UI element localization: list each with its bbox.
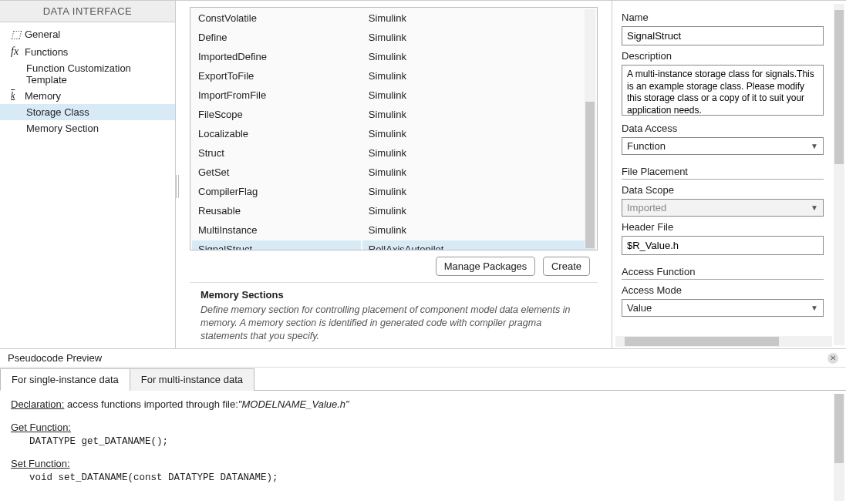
table-row[interactable]: ReusableSimulink <box>192 202 595 220</box>
row-source: Simulink <box>362 9 595 27</box>
access-function-header: Access Function <box>622 266 824 280</box>
table-row[interactable]: ImportedDefineSimulink <box>192 48 595 66</box>
data-access-label: Data Access <box>622 123 837 134</box>
set-function-code: void set_DATANAME(const DATATYPE DATANAM… <box>11 472 835 483</box>
table-row[interactable]: DefineSimulink <box>192 29 595 46</box>
declaration-file: "MODELNAME_Value.h" <box>238 398 349 410</box>
table-row[interactable]: SignalStructRollAxisAutopilot <box>192 240 595 250</box>
table-row[interactable]: ImportFromFileSimulink <box>192 86 595 104</box>
access-mode-select[interactable]: Value ▼ <box>622 299 824 317</box>
nav-memory[interactable]: k Memory <box>0 88 175 104</box>
access-mode-label: Access Mode <box>622 284 837 296</box>
description-label: Description <box>622 50 837 62</box>
table-row[interactable]: LocalizableSimulink <box>192 125 595 143</box>
table-scrollbar[interactable] <box>585 9 595 248</box>
get-function-label: Get Function: <box>11 422 835 433</box>
memory-sections-title: Memory Sections <box>201 289 587 301</box>
declaration-text: access functions imported through file: <box>64 398 238 410</box>
nav-storage-class[interactable]: Storage Class <box>0 104 175 120</box>
data-scope-value: Imported <box>627 202 666 213</box>
name-label: Name <box>622 12 837 23</box>
row-name: MultiInstance <box>192 221 361 239</box>
row-name: FileScope <box>192 106 361 123</box>
table-row[interactable]: GetSetSimulink <box>192 163 595 181</box>
header-file-label: Header File <box>622 221 837 233</box>
row-source: Simulink <box>362 183 595 200</box>
row-name: GetSet <box>192 163 361 181</box>
row-source: Simulink <box>362 106 595 123</box>
get-function-code: DATATYPE get_DATANAME(); <box>11 436 835 447</box>
file-placement-header: File Placement <box>622 166 824 180</box>
nav-functions[interactable]: fx Functions <box>0 43 175 60</box>
row-source: Simulink <box>362 48 595 66</box>
manage-packages-button[interactable]: Manage Packages <box>436 257 536 276</box>
row-name: CompilerFlag <box>192 183 361 200</box>
tab-single-instance[interactable]: For single-instance data <box>0 368 130 391</box>
table-row[interactable]: CompilerFlagSimulink <box>192 183 595 200</box>
name-field[interactable] <box>622 26 824 45</box>
nav-general[interactable]: ⬚ General <box>0 25 175 43</box>
table-row[interactable]: MultiInstanceSimulink <box>192 221 595 239</box>
table-row[interactable]: StructSimulink <box>192 144 595 162</box>
row-name: Define <box>192 29 361 46</box>
storage-class-table: ConstVolatileSimulinkDefineSimulinkImpor… <box>190 7 598 250</box>
table-row[interactable]: FileScopeSimulink <box>192 106 595 123</box>
row-source: RollAxisAutopilot <box>362 240 595 250</box>
row-source: Simulink <box>362 67 595 85</box>
data-scope-select: Imported ▼ <box>622 199 824 217</box>
table-row[interactable]: ConstVolatileSimulink <box>192 9 595 27</box>
preview-title: Pseudocode Preview <box>8 352 102 364</box>
header-file-field[interactable] <box>622 236 824 255</box>
data-scope-label: Data Scope <box>622 184 837 196</box>
row-source: Simulink <box>362 144 595 162</box>
sidebar-title: DATA INTERFACE <box>0 1 175 22</box>
nav-tree: ⬚ General fx Functions Function Customiz… <box>0 22 175 139</box>
declaration-label: Declaration: <box>11 398 64 410</box>
description-field[interactable] <box>622 65 824 116</box>
props-h-scrollbar[interactable] <box>615 336 832 347</box>
table-row[interactable]: ExportToFileSimulink <box>192 67 595 85</box>
create-button[interactable]: Create <box>543 257 590 276</box>
functions-icon: fx <box>11 45 25 58</box>
data-access-select[interactable]: Function ▼ <box>622 137 824 155</box>
row-source: Simulink <box>362 86 595 104</box>
center-panel: ConstVolatileSimulinkDefineSimulinkImpor… <box>176 1 612 348</box>
drag-handle-left[interactable] <box>176 175 179 198</box>
row-name: ImportFromFile <box>192 86 361 104</box>
row-source: Simulink <box>362 221 595 239</box>
chevron-down-icon: ▼ <box>811 142 818 150</box>
row-name: ExportToFile <box>192 67 361 85</box>
nav-label: General <box>25 29 60 40</box>
pseudocode-preview-panel: Pseudocode Preview ✕ For single-instance… <box>0 348 846 504</box>
sidebar: DATA INTERFACE ⬚ General fx Functions Fu… <box>0 1 176 348</box>
row-name: Localizable <box>192 125 361 143</box>
chevron-down-icon: ▼ <box>811 203 818 212</box>
general-icon: ⬚ <box>11 28 25 41</box>
memory-sections-panel: Memory Sections Define memory section fo… <box>190 282 598 343</box>
data-access-value: Function <box>627 140 666 152</box>
nav-function-template[interactable]: Function Customization Template <box>0 60 175 88</box>
properties-panel: Name Description Data Access Function ▼ … <box>612 1 846 348</box>
row-name: Reusable <box>192 202 361 220</box>
row-name: ConstVolatile <box>192 9 361 27</box>
set-function-label: Set Function: <box>11 458 835 469</box>
tab-multi-instance[interactable]: For multi-instance data <box>130 368 254 391</box>
preview-body: Declaration: access functions imported t… <box>0 391 846 504</box>
preview-tabs: For single-instance data For multi-insta… <box>0 368 846 391</box>
row-name: SignalStruct <box>192 240 361 250</box>
nav-memory-section[interactable]: Memory Section <box>0 120 175 136</box>
row-source: Simulink <box>362 29 595 46</box>
row-name: ImportedDefine <box>192 48 361 66</box>
row-source: Simulink <box>362 202 595 220</box>
close-icon[interactable]: ✕ <box>827 353 838 364</box>
access-mode-value: Value <box>627 302 652 314</box>
preview-scrollbar[interactable] <box>834 394 844 501</box>
row-source: Simulink <box>362 125 595 143</box>
nav-label: Functions <box>25 46 68 58</box>
props-v-scrollbar[interactable] <box>834 4 844 345</box>
chevron-down-icon: ▼ <box>811 304 818 312</box>
row-source: Simulink <box>362 163 595 181</box>
memory-icon: k <box>11 90 25 102</box>
row-name: Struct <box>192 144 361 162</box>
nav-label: Memory <box>25 90 61 102</box>
